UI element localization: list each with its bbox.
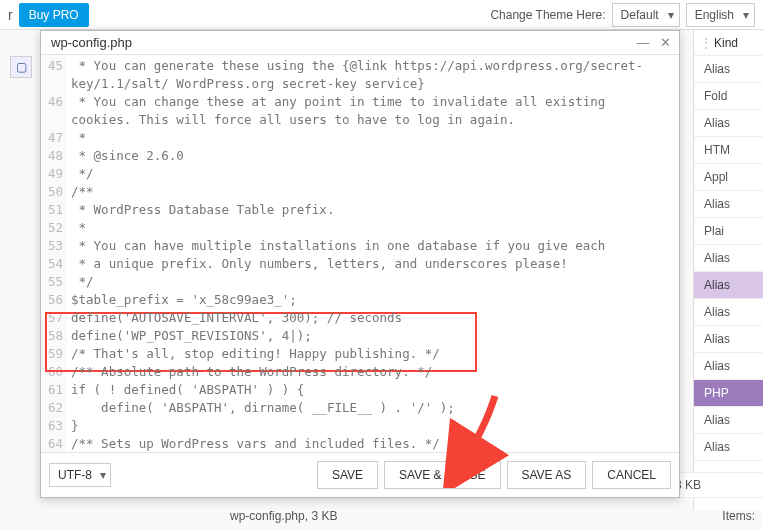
change-theme-label: Change Theme Here:: [490, 8, 605, 22]
buy-pro-button[interactable]: Buy PRO: [19, 3, 89, 27]
panel-toggle-icon[interactable]: ▢: [10, 56, 32, 78]
kind-cell[interactable]: Alias: [694, 353, 763, 380]
kind-cell[interactable]: Alias: [694, 299, 763, 326]
close-icon[interactable]: ✕: [657, 35, 673, 50]
code-line[interactable]: * You can change these at any point in t…: [71, 93, 679, 129]
code-line[interactable]: /** Sets up WordPress vars and included …: [71, 435, 679, 452]
column-header-kind[interactable]: Kind: [694, 30, 763, 56]
code-line[interactable]: /* That's all, stop editing! Happy publi…: [71, 345, 679, 363]
code-line[interactable]: /**: [71, 183, 679, 201]
kind-cell[interactable]: PHP: [694, 380, 763, 407]
kind-cell[interactable]: HTM: [694, 137, 763, 164]
code-line[interactable]: *: [71, 129, 679, 147]
code-line[interactable]: $table_prefix = 'x_58c99ae3_';: [71, 291, 679, 309]
code-line[interactable]: * @since 2.6.0: [71, 147, 679, 165]
theme-select[interactable]: Default: [612, 3, 680, 27]
kind-cell[interactable]: Alias: [694, 191, 763, 218]
code-line[interactable]: *: [71, 219, 679, 237]
kind-cell[interactable]: Alias: [694, 56, 763, 83]
code-line[interactable]: */: [71, 165, 679, 183]
kind-cell[interactable]: Appl: [694, 164, 763, 191]
save-as-button[interactable]: SAVE AS: [507, 461, 587, 489]
code-line[interactable]: * a unique prefix. Only numbers, letters…: [71, 255, 679, 273]
status-left: wp-config.php, 3 KB: [230, 509, 337, 523]
save-close-button[interactable]: SAVE & CLOSE: [384, 461, 500, 489]
kind-cell[interactable]: Fold: [694, 83, 763, 110]
code-line[interactable]: define('WP_POST_REVISIONS', 4|);: [71, 327, 679, 345]
code-line[interactable]: define( 'ABSPATH', dirname( __FILE__ ) .…: [71, 399, 679, 417]
save-button[interactable]: SAVE: [317, 461, 378, 489]
code-line[interactable]: /** Absolute path to the WordPress direc…: [71, 363, 679, 381]
code-line[interactable]: define('AUTOSAVE_INTERVAL', 300); // sec…: [71, 309, 679, 327]
modal-titlebar[interactable]: wp-config.php — ✕: [41, 31, 679, 55]
code-line[interactable]: if ( ! defined( 'ABSPATH' ) ) {: [71, 381, 679, 399]
encoding-select[interactable]: UTF-8: [49, 463, 111, 487]
code-editor[interactable]: 4546474849505152535455565758596061626364…: [41, 55, 679, 452]
modal-title: wp-config.php: [51, 35, 629, 50]
code-line[interactable]: */: [71, 273, 679, 291]
minimize-icon[interactable]: —: [635, 35, 651, 50]
status-right: Items:: [722, 509, 755, 523]
kind-cell[interactable]: Alias: [694, 272, 763, 299]
cancel-button[interactable]: CANCEL: [592, 461, 671, 489]
kind-cell[interactable]: Alias: [694, 245, 763, 272]
kind-cell[interactable]: Alias: [694, 407, 763, 434]
top-bar: r Buy PRO Change Theme Here: Default Eng…: [0, 0, 763, 30]
editor-modal: wp-config.php — ✕ 4546474849505152535455…: [40, 30, 680, 498]
modal-footer: UTF-8 SAVE SAVE & CLOSE SAVE AS CANCEL: [41, 452, 679, 497]
kind-cell[interactable]: Plai: [694, 218, 763, 245]
code-line[interactable]: * You can have multiple installations in…: [71, 237, 679, 255]
code-line[interactable]: * You can generate these using the {@lin…: [71, 57, 679, 93]
code-line[interactable]: }: [71, 417, 679, 435]
kind-cell[interactable]: Alias: [694, 326, 763, 353]
code-line[interactable]: * WordPress Database Table prefix.: [71, 201, 679, 219]
status-bar: wp-config.php, 3 KB Items:: [0, 504, 763, 528]
language-select[interactable]: English: [686, 3, 755, 27]
kind-cell[interactable]: Alias: [694, 434, 763, 461]
right-column: Kind AliasFoldAliasHTMApplAliasPlaiAlias…: [693, 30, 763, 510]
kind-cell[interactable]: Alias: [694, 110, 763, 137]
